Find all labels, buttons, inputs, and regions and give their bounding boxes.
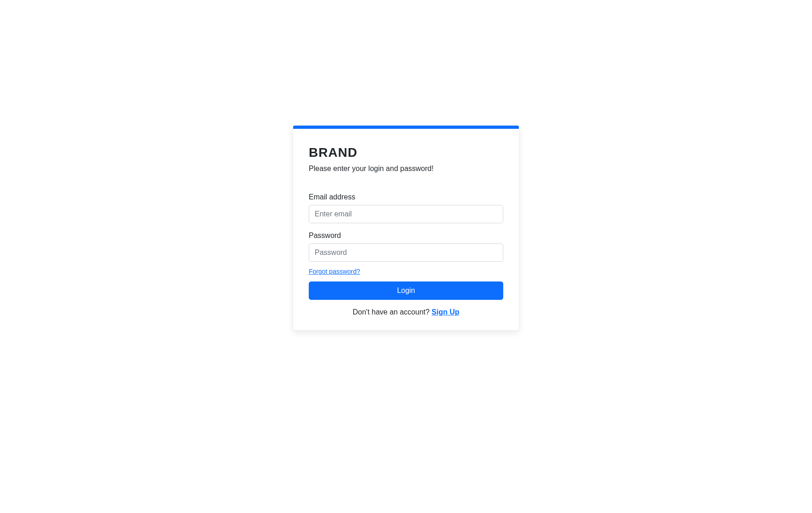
forgot-password-link[interactable]: Forgot password?: [309, 268, 360, 275]
login-card: BRAND Please enter your login and passwo…: [293, 125, 519, 331]
brand-title: BRAND: [309, 145, 503, 160]
signup-prompt: Don't have an account?: [353, 308, 432, 316]
email-group: Email address: [309, 193, 503, 223]
email-label: Email address: [309, 193, 503, 201]
card-body: BRAND Please enter your login and passwo…: [293, 129, 519, 330]
signup-link[interactable]: Sign Up: [432, 308, 459, 316]
password-label: Password: [309, 232, 503, 240]
accent-bar: [293, 126, 519, 129]
signup-row: Don't have an account? Sign Up: [309, 308, 503, 316]
login-button[interactable]: Login: [309, 281, 503, 300]
subtitle: Please enter your login and password!: [309, 165, 503, 173]
password-input[interactable]: [309, 243, 503, 262]
password-group: Password: [309, 232, 503, 262]
email-input[interactable]: [309, 205, 503, 223]
